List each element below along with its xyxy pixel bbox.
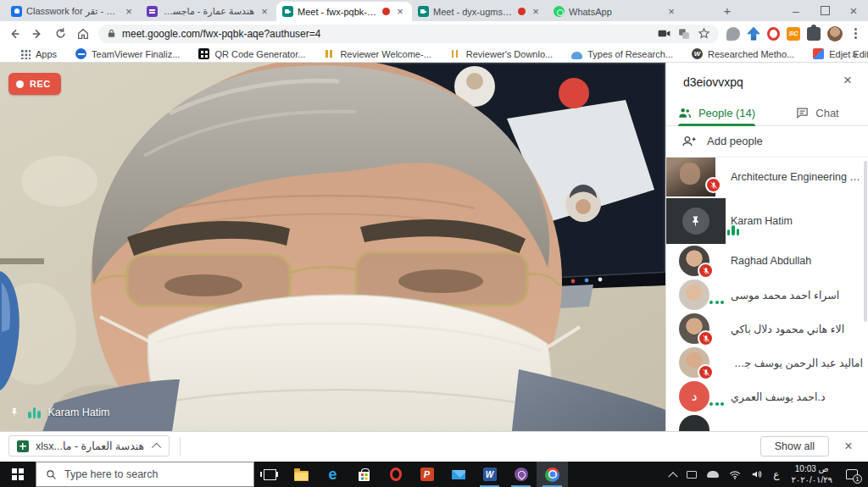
people-tab-label: People (14)	[698, 107, 755, 119]
bookmarks-overflow-icon[interactable]	[852, 47, 858, 60]
opera-button[interactable]	[380, 462, 411, 487]
store-button[interactable]	[348, 462, 380, 487]
tray-expand-icon[interactable]	[665, 462, 682, 487]
viber-icon	[515, 468, 528, 481]
bookmarks-bar: Apps TeamViewer Finaliz... QR Code Gener…	[0, 46, 868, 63]
idm-extension-icon[interactable]	[747, 27, 760, 41]
browser-tab-strip: Classwork for امتحان نهائي - تقر هندسة ع…	[0, 0, 868, 21]
word-button[interactable]	[474, 462, 505, 487]
extension-icon[interactable]	[726, 27, 740, 41]
participant-row[interactable]: Karam Hatim	[666, 198, 868, 244]
puzzle-extension-icon[interactable]	[807, 27, 821, 41]
tab-people[interactable]: People (14)	[666, 100, 767, 125]
browser-menu-icon[interactable]	[849, 28, 861, 39]
system-tray: ع 10:03 ص ٢٠٢٠/٠١/٢٩ 1	[665, 462, 868, 487]
forward-icon[interactable]	[30, 26, 45, 42]
sc-extension-icon[interactable]	[787, 27, 800, 41]
download-caret-icon[interactable]	[152, 442, 161, 451]
language-indicator[interactable]: ع	[768, 468, 784, 480]
tab-close-icon[interactable]	[530, 6, 542, 18]
mail-button[interactable]	[442, 462, 474, 487]
translate-icon[interactable]	[678, 28, 690, 40]
participant-row[interactable]: اماليد عبد الرحمن يوسف جميل	[666, 346, 868, 379]
browser-tab[interactable]: Classwork for امتحان نهائي - تقر	[5, 2, 141, 21]
wifi-icon[interactable]	[724, 462, 746, 487]
panel-close-icon[interactable]	[839, 72, 856, 89]
tab-recording-icon	[518, 8, 526, 15]
reload-icon[interactable]	[53, 26, 68, 42]
action-center-button[interactable]: 1	[839, 462, 865, 487]
download-filename: هندسة العمارة - ما...xlsx	[36, 440, 144, 452]
participant-row[interactable]: اسراء احمد محمد موسى	[666, 278, 868, 312]
chat-tab-label: Chat	[815, 107, 838, 119]
browser-tab[interactable]: هندسة عمارة - ماجستير -العمارة	[141, 2, 276, 21]
bookmark-item[interactable]: Apps	[10, 48, 66, 59]
download-shelf: هندسة العمارة - ما...xlsx Show all	[0, 431, 868, 460]
minimize-button[interactable]	[782, 0, 810, 21]
participant-row[interactable]: د د.احمد يوسف العمري	[666, 379, 868, 413]
new-tab-button[interactable]	[717, 1, 737, 20]
start-button[interactable]	[0, 462, 36, 487]
bookmark-item[interactable]: Types of Research...	[562, 49, 682, 59]
add-people-button[interactable]: Add people	[682, 135, 763, 147]
tab-close-icon[interactable]	[123, 6, 135, 18]
edge-button[interactable]: e	[317, 462, 348, 487]
maximize-button[interactable]	[810, 0, 839, 21]
tab-close-icon[interactable]	[394, 6, 406, 18]
opera-icon	[390, 468, 402, 481]
tabs: Classwork for امتحان نهائي - تقر هندسة ع…	[5, 0, 683, 21]
shelf-close-icon[interactable]	[837, 439, 860, 454]
participant-row[interactable]: الاء هاني محمود دلال باكي	[666, 312, 868, 346]
taskbar-clock[interactable]: 10:03 ص ٢٠٢٠/٠١/٢٩	[784, 463, 839, 485]
bookmark-item[interactable]: Reviewer's Downlo...	[441, 48, 562, 59]
chat-icon	[796, 107, 809, 119]
tab-title: WhatsApp	[569, 7, 661, 17]
show-all-button[interactable]: Show all	[760, 436, 829, 457]
participant-row[interactable]	[666, 413, 868, 431]
volume-icon[interactable]	[746, 462, 768, 487]
tab-close-icon[interactable]	[665, 6, 677, 18]
pin-icon	[10, 407, 20, 418]
bookmark-favicon	[450, 48, 461, 59]
back-icon[interactable]	[7, 26, 22, 42]
bookmark-item[interactable]: TeamViewer Finaliz...	[66, 48, 189, 59]
bookmark-item[interactable]: Edjet Editor	[804, 48, 868, 59]
participant-row[interactable]: Architecture Engineering Depa...	[666, 158, 868, 196]
downloaded-file-chip[interactable]: هندسة العمارة - ما...xlsx	[8, 435, 170, 457]
bookmark-label: Edjet Editor	[829, 49, 868, 59]
panel-scrollbar[interactable]	[864, 161, 867, 322]
profile-avatar[interactable]	[827, 26, 843, 42]
task-view-button[interactable]	[254, 462, 286, 487]
meet-side-panel: d3eiovvxpq People (14) Chat Add people	[665, 63, 868, 431]
browser-tab[interactable]: WhatsApp	[548, 2, 683, 21]
onedrive-icon[interactable]	[702, 462, 724, 487]
bookmark-item[interactable]: QR Code Generator...	[189, 48, 314, 59]
tab-close-icon[interactable]	[259, 6, 270, 18]
bookmark-item[interactable]: Reviewer Welcome-...	[314, 48, 440, 59]
browser-tab[interactable]: Meet - dyx-ugms-rhj	[412, 2, 548, 21]
participant-row[interactable]: Raghad Abdullah	[666, 244, 868, 278]
people-icon	[678, 107, 692, 119]
tab-favicon	[418, 6, 429, 17]
participant-name: اماليد عبد الرحمن يوسف جميل	[731, 357, 863, 369]
address-bar[interactable]: meet.google.com/fwx-pqbk-aqe?authuser=4	[98, 25, 719, 43]
bookmark-favicon	[198, 48, 209, 59]
active-speaker-chip: Karam Hatim	[10, 407, 109, 418]
viber-button[interactable]	[505, 462, 537, 487]
bookmark-label: Researched Metho...	[708, 49, 794, 59]
task-view-icon	[264, 469, 276, 480]
media-indicator-icon[interactable]	[658, 29, 670, 38]
bookmark-item[interactable]: Researched Metho...	[682, 48, 804, 59]
taskbar-search[interactable]: Type here to search	[36, 462, 254, 487]
home-icon[interactable]	[75, 26, 91, 42]
powerpoint-button[interactable]	[411, 462, 442, 487]
opera-extension-icon[interactable]	[767, 27, 780, 41]
browser-tab[interactable]: Meet - fwx-pqbk-aqe	[276, 2, 412, 21]
participant-avatar	[666, 158, 715, 196]
window-close-button[interactable]	[839, 0, 868, 21]
file-explorer-button[interactable]	[286, 462, 317, 487]
tray-app-icon[interactable]	[682, 462, 702, 487]
tab-chat[interactable]: Chat	[767, 100, 868, 125]
chrome-button[interactable]	[537, 462, 568, 487]
bookmark-star-icon[interactable]	[698, 27, 710, 40]
